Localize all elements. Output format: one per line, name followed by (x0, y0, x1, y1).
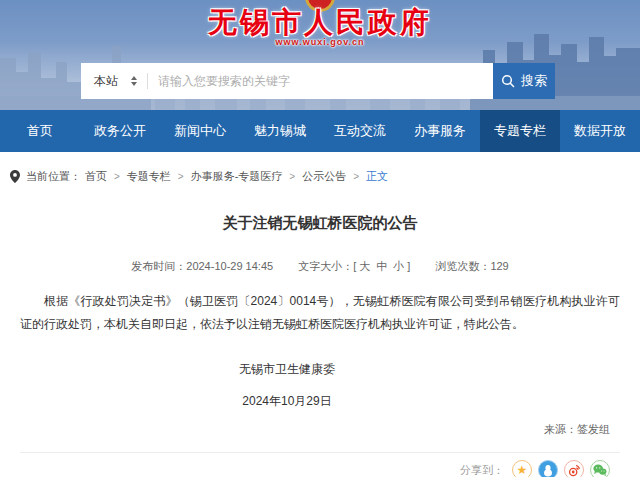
divider (20, 452, 620, 453)
breadcrumb-item-special-topics[interactable]: 专题专栏 (127, 169, 171, 184)
wechat-icon (593, 464, 607, 476)
search-bar: 本站 搜索 (81, 63, 555, 99)
search-scope-select[interactable]: 本站 (81, 73, 147, 90)
breadcrumb-separator: > (289, 171, 295, 182)
font-size-control: 文字大小：[大中小] (298, 260, 410, 272)
breadcrumb-item-home[interactable]: 首页 (85, 169, 107, 184)
search-input[interactable] (148, 74, 493, 88)
nav-item-gov-affairs[interactable]: 政务公开 (80, 110, 160, 152)
publish-time-value: 2024-10-29 14:45 (186, 260, 273, 272)
search-icon (501, 74, 515, 88)
article-meta: 发布时间：2024-10-29 14:45 文字大小：[大中小] 浏览次数：12… (20, 259, 620, 274)
signature-block: 无锡市卫生健康委 2024年10月29日 (0, 361, 587, 410)
font-size-bracket-open: [ (353, 260, 356, 272)
share-wechat-button[interactable] (590, 460, 610, 477)
location-pin-icon (10, 170, 20, 183)
article: 关于注销无锡虹桥医院的公告 发布时间：2024-10-29 14:45 文字大小… (0, 214, 640, 477)
share-qzone-button[interactable]: ★ (512, 460, 532, 477)
font-size-medium-button[interactable]: 中 (376, 260, 387, 272)
qzone-star-icon: ★ (517, 464, 528, 476)
font-size-small-button[interactable]: 小 (393, 260, 404, 272)
site-banner: 无锡市人民政府 www.wuxi.gov.cn 本站 搜索 (0, 0, 640, 110)
nav-item-open-data[interactable]: 数据开放 (560, 110, 640, 152)
article-body: 根据《行政处罚决定书》（锡卫医罚〔2024〕0014号），无锡虹桥医院有限公司受… (20, 290, 620, 336)
page: 无锡市人民政府 www.wuxi.gov.cn 本站 搜索 首页 政 (0, 0, 640, 477)
share-label: 分享到： (460, 463, 504, 477)
publish-time-label: 发布时间： (131, 260, 186, 272)
main-nav: 首页 政务公开 新闻中心 魅力锡城 互动交流 办事服务 专题专栏 数据开放 (0, 110, 640, 152)
search-scope-value: 本站 (94, 73, 118, 90)
nav-item-interaction[interactable]: 互动交流 (320, 110, 400, 152)
share-qq-button[interactable] (538, 460, 558, 477)
source-label: 来源： (544, 423, 577, 435)
breadcrumb-separator: > (353, 171, 359, 182)
breadcrumb: 当前位置： 首页 > 专题专栏 > 办事服务-专题医疗 > 公示公告 > 正文 (10, 163, 630, 189)
chevron-updown-icon (131, 76, 137, 86)
share-bar: 分享到： ★ (20, 460, 620, 477)
share-weibo-button[interactable] (564, 460, 584, 477)
breadcrumb-item-announcements[interactable]: 公示公告 (302, 169, 346, 184)
weibo-icon (568, 464, 581, 477)
view-count: 浏览次数：129 (435, 260, 508, 272)
search-button[interactable]: 搜索 (493, 63, 555, 99)
source-value: 签发组 (577, 423, 610, 435)
search-box: 本站 (81, 63, 493, 99)
view-count-label: 浏览次数： (435, 260, 490, 272)
font-size-large-button[interactable]: 大 (359, 260, 370, 272)
qq-penguin-icon (542, 464, 554, 477)
nav-item-news-center[interactable]: 新闻中心 (160, 110, 240, 152)
article-title: 关于注销无锡虹桥医院的公告 (20, 214, 620, 233)
article-signature: 无锡市卫生健康委 (0, 361, 587, 378)
site-title: 无锡市人民政府 (0, 6, 640, 38)
site-url: www.wuxi.gov.cn (0, 37, 640, 47)
article-source: 来源：签发组 (20, 422, 620, 437)
nav-item-charming-wuxi[interactable]: 魅力锡城 (240, 110, 320, 152)
breadcrumb-prefix: 当前位置： (26, 169, 81, 184)
nav-item-home[interactable]: 首页 (0, 110, 80, 152)
article-date: 2024年10月29日 (0, 393, 587, 410)
font-size-label: 文字大小： (298, 260, 353, 272)
nav-item-services[interactable]: 办事服务 (400, 110, 480, 152)
view-count-value: 129 (490, 260, 508, 272)
breadcrumb-item-medical-services[interactable]: 办事服务-专题医疗 (191, 169, 283, 184)
font-size-bracket-close: ] (407, 260, 410, 272)
breadcrumb-separator: > (114, 171, 120, 182)
publish-time: 发布时间：2024-10-29 14:45 (131, 260, 273, 272)
search-button-label: 搜索 (521, 72, 547, 90)
nav-item-special-topics[interactable]: 专题专栏 (480, 110, 560, 152)
breadcrumb-separator: > (178, 171, 184, 182)
breadcrumb-item-current: 正文 (366, 169, 388, 184)
